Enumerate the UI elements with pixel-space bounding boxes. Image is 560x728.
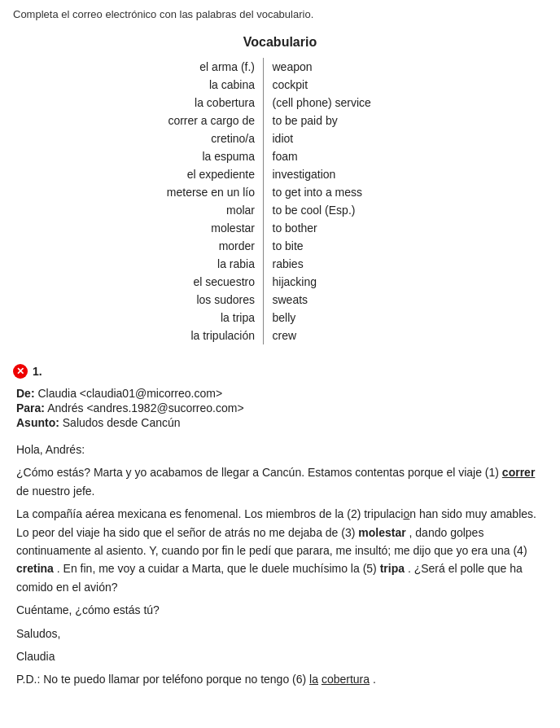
vocab-english: (cell phone) service [265,94,427,112]
vocab-spanish: cretino/a [133,129,264,147]
vocabulary-title: Vocabulario [13,35,547,50]
vocab-english: hijacking [265,273,427,291]
vocab-spanish: molar [133,201,264,219]
email-paragraph: Claudia [16,647,547,665]
vocab-row: la cobertura (cell phone) service [133,94,427,112]
vocab-spanish: los sudores [133,291,264,309]
vocab-row: el arma (f.) weapon [133,58,427,76]
vocab-english: weapon [265,58,427,76]
vocab-spanish: el arma (f.) [133,58,264,76]
vocab-row: la rabia rabies [133,255,427,273]
vocab-spanish: correr a cargo de [133,112,264,129]
vocab-row: el secuestro hijacking [133,273,427,291]
from-value: Claudia <claudia01@micorreo.com> [37,387,222,400]
email-paragraph: La compañía aérea mexicana es fenomenal.… [16,505,547,596]
email-paragraph: ¿Cómo estás? Marta y yo acabamos de lleg… [16,463,547,500]
vocab-row: los sudores sweats [133,291,427,309]
vocab-english: investigation [265,165,427,183]
vocab-row: meterse en un lío to get into a mess [133,183,427,201]
vocab-spanish: la tripa [133,309,264,327]
vocab-english: idiot [265,129,427,147]
exercise-number: 1. [33,365,42,378]
subject-label: Asunto: [16,416,59,429]
email-block: De: Claudia <claudia01@micorreo.com> Par… [16,387,547,689]
vocab-english: cockpit [265,76,427,94]
vocab-spanish: la cobertura [133,94,264,112]
vocabulary-section: Vocabulario el arma (f.) weapon la cabin… [13,35,547,344]
vocab-row: cretino/a idiot [133,129,427,147]
vocab-spanish: la cabina [133,76,264,94]
to-value: Andrés <andres.1982@sucorreo.com> [47,401,243,414]
vocab-row: la tripa belly [133,309,427,327]
vocab-spanish: el secuestro [133,273,264,291]
email-from: De: Claudia <claudia01@micorreo.com> [16,387,547,400]
vocab-row: correr a cargo de to be paid by [133,112,427,129]
vocab-spanish: morder [133,237,264,255]
vocab-spanish: la tripulación [133,327,264,344]
vocab-row: molar to be cool (Esp.) [133,201,427,219]
vocab-english: to be paid by [265,112,427,129]
error-icon: ✕ [13,364,28,379]
email-paragraph: P.D.: No te puedo llamar por teléfono po… [16,670,547,688]
vocab-english: to be cool (Esp.) [265,201,427,219]
vocab-spanish: meterse en un lío [133,183,264,201]
to-label: Para: [16,401,45,414]
vocab-spanish: el expediente [133,165,264,183]
vocab-english: rabies [265,255,427,273]
vocab-row: molestar to bother [133,219,427,237]
email-paragraph: Saludos, [16,625,547,642]
vocab-english: to get into a mess [265,183,427,201]
vocab-english: to bother [265,219,427,237]
vocab-english: to bite [265,237,427,255]
vocab-row: morder to bite [133,237,427,255]
instructions-text: Completa el correo electrónico con las p… [13,8,547,20]
vocab-english: foam [265,147,427,165]
subject-value: Saludos desde Cancún [63,416,181,429]
vocab-row: la tripulación crew [133,327,427,344]
vocab-english: belly [265,309,427,327]
vocab-english: crew [265,327,427,344]
vocab-row: el expediente investigation [133,165,427,183]
vocab-spanish: la espuma [133,147,264,165]
vocab-english: sweats [265,291,427,309]
exercise-header: ✕ 1. [13,364,547,379]
vocabulary-table: el arma (f.) weapon la cabina cockpit la… [133,58,427,344]
email-greeting: Hola, Andrés: [16,441,547,458]
email-subject: Asunto: Saludos desde Cancún [16,416,547,429]
email-to: Para: Andrés <andres.1982@sucorreo.com> [16,401,547,414]
email-paragraph: Cuéntame, ¿cómo estás tú? [16,601,547,619]
vocab-spanish: molestar [133,219,264,237]
email-body: Hola, Andrés: ¿Cómo estás? Marta y yo ac… [16,441,547,689]
vocab-row: la espuma foam [133,147,427,165]
vocab-row: la cabina cockpit [133,76,427,94]
exercise-section: ✕ 1. De: Claudia <claudia01@micorreo.com… [13,364,547,689]
from-label: De: [16,387,35,400]
vocab-spanish: la rabia [133,255,264,273]
